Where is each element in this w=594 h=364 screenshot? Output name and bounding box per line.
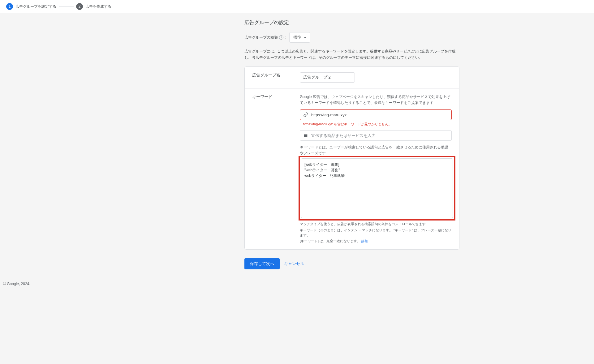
keyword-help: キーワード（そのまま）は、インテント マッチになります。 "キーワード" は、フ… [300, 228, 452, 244]
ad-group-type-label: 広告グループの種類 ? : [244, 35, 286, 40]
url-input-row[interactable]: https://tag-maru.xyz [300, 109, 452, 120]
group-name-label: 広告グループ名 [252, 72, 300, 83]
store-icon [303, 133, 308, 138]
cancel-link[interactable]: キャンセル [284, 261, 304, 267]
url-error-message: https://tag-maru.xyz を含むキーワードが見つかりません。 [303, 122, 452, 126]
intro-text: 広告グループには、1 つ以上の広告と、関連するキーワードを設定します。提供する商… [244, 48, 459, 61]
step-divider [59, 6, 74, 7]
link-icon [303, 112, 308, 117]
step-badge-1: 1 [6, 3, 13, 10]
group-name-input[interactable] [300, 72, 355, 83]
settings-card: 広告グループ名 キーワード Google 広告では、ウェブページをスキャンしたり… [244, 66, 459, 250]
step-label-2: 広告を作成する [85, 4, 111, 9]
footer-copyright: © Google, 2024. [0, 276, 594, 292]
highlighted-keyword-box [299, 156, 455, 221]
page-title: 広告グループの設定 [244, 19, 459, 26]
product-input[interactable] [311, 133, 448, 138]
ad-group-type-select[interactable]: 標準 [289, 32, 310, 43]
stepper-bar: 1 広告グループを設定する 2 広告を作成する [0, 0, 594, 13]
step-label-1: 広告グループを設定する [15, 4, 56, 9]
details-link[interactable]: 詳細 [361, 239, 368, 243]
keyword-help-line1: キーワード（そのまま）は、インテント マッチになります。 "キーワード" は、フ… [300, 228, 451, 238]
step-2[interactable]: 2 広告を作成する [76, 3, 111, 10]
url-input-value: https://tag-maru.xyz [311, 113, 448, 117]
chevron-down-icon [304, 37, 306, 38]
keyword-description: キーワードとは、ユーザーが検索している語句と広告を一致させるために使用される単語… [300, 144, 452, 156]
colon: : [285, 35, 286, 40]
step-1[interactable]: 1 広告グループを設定する [6, 3, 56, 10]
ad-group-type-value: 標準 [293, 35, 301, 40]
match-type-note: マッチタイプを使うと、広告が表示される検索語句の条件をコントロールできます [300, 222, 452, 226]
product-input-row[interactable] [300, 130, 452, 141]
help-icon[interactable]: ? [279, 35, 283, 40]
group-name-section: 広告グループ名 [245, 67, 459, 88]
keyword-intro: Google 広告では、ウェブページをスキャンしたり、類似する商品やサービスで効… [300, 94, 452, 106]
save-next-button[interactable]: 保存して次へ [244, 258, 280, 269]
keyword-help-line2: [キーワード] は、完全一致になります。 [300, 239, 361, 243]
step-badge-2: 2 [76, 3, 83, 10]
keyword-label: キーワード [252, 94, 300, 244]
keyword-section: キーワード Google 広告では、ウェブページをスキャンしたり、類似する商品や… [245, 88, 459, 250]
ad-group-type-label-text: 広告グループの種類 [244, 35, 278, 40]
keyword-textarea[interactable] [301, 159, 453, 217]
action-row: 保存して次へ キャンセル [244, 258, 459, 269]
